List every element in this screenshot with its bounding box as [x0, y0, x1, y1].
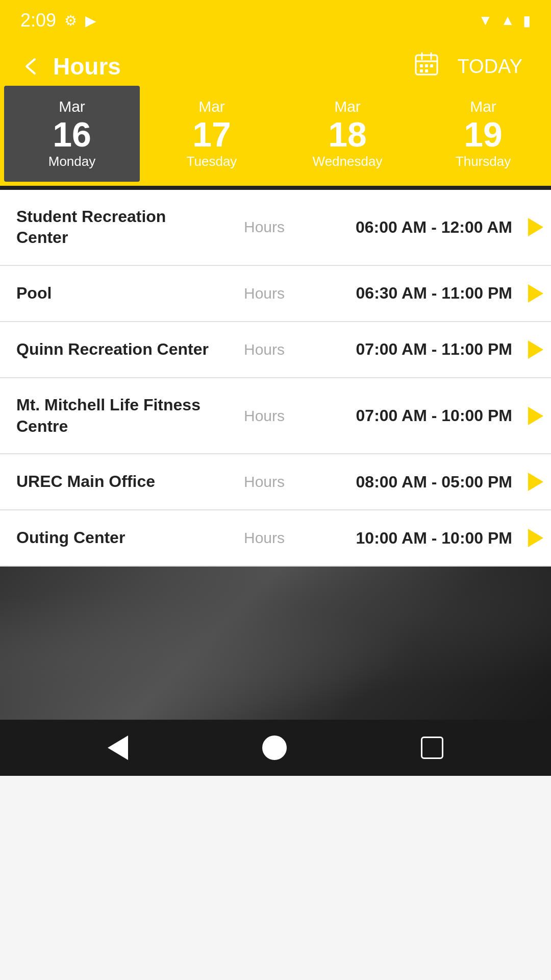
date-day-2: Tuesday [187, 154, 237, 169]
page-title: Hours [53, 53, 121, 80]
svg-rect-6 [430, 64, 433, 67]
facility-time-5: 08:00 AM - 05:00 PM [309, 473, 520, 492]
date-day-3: Wednesday [313, 154, 383, 169]
facility-hours-label-5: Hours [219, 473, 310, 491]
date-number-2: 17 [192, 115, 231, 154]
date-day-4: Thursday [456, 154, 511, 169]
svg-rect-4 [420, 64, 423, 67]
wifi-icon: ▼ [479, 12, 493, 29]
status-time: 2:09 [20, 10, 56, 31]
facility-arrow-5 [520, 473, 551, 491]
facility-arrow-2 [520, 284, 551, 303]
chevron-right-icon-5 [528, 473, 543, 491]
svg-rect-8 [425, 69, 428, 72]
date-cell-mar17[interactable]: Mar 17 Tuesday [144, 82, 280, 186]
chevron-right-icon-1 [528, 218, 543, 236]
nav-home-button[interactable] [262, 736, 287, 760]
date-month-4: Mar [470, 98, 496, 115]
facility-item-quinn[interactable]: Quinn Recreation Center Hours 07:00 AM -… [0, 322, 551, 378]
facility-time-1: 06:00 AM - 12:00 AM [309, 218, 520, 237]
date-row: Mar 16 Monday Mar 17 Tuesday Mar 18 Wedn… [0, 82, 551, 186]
nav-recents-icon [421, 737, 443, 759]
header-left: Hours [20, 53, 121, 80]
facility-time-3: 07:00 AM - 11:00 PM [309, 340, 520, 359]
settings-icon: ⚙ [64, 12, 77, 29]
nav-back-button[interactable] [108, 736, 128, 760]
status-bar: 2:09 ⚙ ▶ ▼ ▲ ▮ [0, 0, 551, 41]
facility-hours-label-3: Hours [219, 341, 310, 358]
facility-item-mitchell[interactable]: Mt. Mitchell Life Fitness Centre Hours 0… [0, 378, 551, 454]
facility-time-4: 07:00 AM - 10:00 PM [309, 406, 520, 425]
facility-time-6: 10:00 AM - 10:00 PM [309, 529, 520, 548]
date-number-4: 19 [464, 115, 503, 154]
facility-arrow-4 [520, 407, 551, 425]
date-number-3: 18 [328, 115, 367, 154]
date-day-1: Monday [48, 154, 96, 169]
facility-name-2: Pool [16, 283, 219, 304]
divider [0, 186, 551, 190]
facility-name-3: Quinn Recreation Center [16, 339, 219, 360]
date-number-1: 16 [53, 115, 91, 154]
today-button[interactable]: TODAY [449, 52, 531, 82]
header: Hours TODAY [0, 41, 551, 82]
facility-name-1: Student Recreation Center [16, 206, 219, 249]
status-right: ▼ ▲ ▮ [479, 12, 531, 29]
facility-list: Student Recreation Center Hours 06:00 AM… [0, 190, 551, 567]
date-month-3: Mar [334, 98, 361, 115]
facility-item-pool[interactable]: Pool Hours 06:30 AM - 11:00 PM [0, 266, 551, 322]
date-cell-mar16[interactable]: Mar 16 Monday [4, 86, 140, 182]
svg-rect-7 [420, 69, 423, 72]
facility-arrow-6 [520, 529, 551, 547]
shield-icon: ▶ [85, 12, 96, 29]
facility-item-urec[interactable]: UREC Main Office Hours 08:00 AM - 05:00 … [0, 454, 551, 510]
nav-recents-button[interactable] [421, 737, 443, 759]
nav-home-icon [262, 736, 287, 760]
date-cell-mar18[interactable]: Mar 18 Wednesday [280, 82, 415, 186]
facility-item-student-rec[interactable]: Student Recreation Center Hours 06:00 AM… [0, 190, 551, 266]
facility-item-outing[interactable]: Outing Center Hours 10:00 AM - 10:00 PM [0, 510, 551, 567]
facility-hours-label-1: Hours [219, 218, 310, 236]
battery-icon: ▮ [523, 12, 531, 29]
facility-name-4: Mt. Mitchell Life Fitness Centre [16, 395, 219, 437]
header-right: TODAY [414, 51, 531, 82]
bottom-image [0, 567, 551, 720]
chevron-right-icon-6 [528, 529, 543, 547]
facility-hours-label-4: Hours [219, 407, 310, 425]
date-cell-mar19[interactable]: Mar 19 Thursday [415, 82, 551, 186]
chevron-right-icon-4 [528, 407, 543, 425]
svg-rect-5 [425, 64, 428, 67]
facility-arrow-1 [520, 218, 551, 236]
facility-hours-label-6: Hours [219, 529, 310, 547]
back-button[interactable] [20, 55, 43, 78]
date-month-1: Mar [59, 98, 85, 115]
date-month-2: Mar [198, 98, 225, 115]
calendar-icon[interactable] [414, 51, 439, 82]
status-left: 2:09 ⚙ ▶ [20, 10, 96, 31]
facility-name-5: UREC Main Office [16, 471, 219, 493]
chevron-right-icon-3 [528, 340, 543, 359]
signal-icon: ▲ [500, 12, 515, 29]
facility-arrow-3 [520, 340, 551, 359]
facility-hours-label-2: Hours [219, 285, 310, 302]
chevron-right-icon-2 [528, 284, 543, 303]
nav-back-icon [108, 736, 128, 760]
facility-name-6: Outing Center [16, 527, 219, 549]
facility-time-2: 06:30 AM - 11:00 PM [309, 284, 520, 303]
nav-bar [0, 720, 551, 776]
